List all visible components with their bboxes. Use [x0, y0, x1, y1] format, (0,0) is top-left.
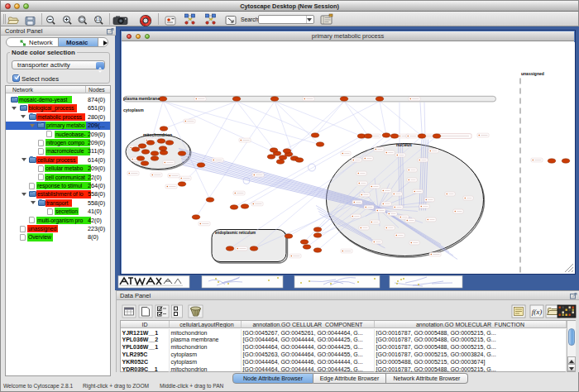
svg-text:mitochondrion: mitochondrion	[143, 132, 172, 137]
svg-text:Search:: Search:	[241, 17, 261, 22]
svg-text:plasma membrane: plasma membrane	[123, 95, 160, 100]
svg-text:1:1: 1:1	[95, 17, 101, 22]
svg-text:f(x): f(x)	[532, 308, 543, 316]
svg-text:unassigned: unassigned	[521, 71, 544, 76]
svg-text:cytoplasm: cytoplasm	[123, 108, 144, 112]
svg-text:endoplasmic reticulum: endoplasmic reticulum	[215, 231, 256, 235]
svg-text:nucleus: nucleus	[396, 142, 412, 147]
